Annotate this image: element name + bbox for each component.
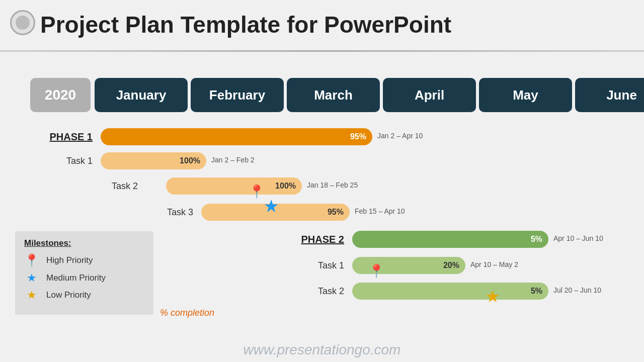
legend-medium-icon: ★ <box>24 272 39 285</box>
phase2-task2-percent: 5% <box>531 287 542 296</box>
slide: Project Plan Template for PowerPoint 202… <box>0 0 644 362</box>
phase1-task1-bar: 100% <box>101 152 206 169</box>
month-february: February <box>191 78 284 112</box>
phase1-task3-dates: Feb 15 – Apr 10 <box>355 207 405 215</box>
legend-box: Milestones: 📍 High Priority ★ Medium Pri… <box>15 231 153 315</box>
phase1-dates: Jan 2 – Apr 10 <box>377 132 423 140</box>
phase1-task2-percent: 100% <box>275 182 296 191</box>
month-header-row: 2020 January February March April May Ju… <box>30 78 644 112</box>
legend-low-label: Low Priority <box>46 290 91 300</box>
high-priority-milestone-2: 📍 <box>368 263 384 279</box>
phase1-bar: 95% <box>101 128 372 145</box>
high-priority-milestone-1: 📍 <box>249 184 265 200</box>
legend-low-icon: ★ <box>24 289 39 302</box>
logo-inner <box>16 16 30 30</box>
medium-priority-milestone-1: ★ <box>264 198 278 215</box>
phase2-bar: 5% <box>352 231 548 248</box>
phase1-percent: 95% <box>350 132 366 141</box>
month-may: May <box>479 78 572 112</box>
slide-title: Project Plan Template for PowerPoint <box>40 11 451 38</box>
phase2-task1-dates: Apr 10 – May 2 <box>470 260 518 268</box>
legend-item-low: ★ Low Priority <box>24 289 144 302</box>
phase1-task2-dates: Jan 18 – Feb 25 <box>307 181 358 189</box>
phase1-task3-percent: 95% <box>328 208 344 217</box>
legend-high-icon: 📍 <box>24 253 39 267</box>
phase1-task1-label: Task 1 <box>30 156 101 166</box>
month-april: April <box>383 78 476 112</box>
phase1-task3-label: Task 3 <box>30 207 201 218</box>
month-march: March <box>287 78 380 112</box>
phase2-task1-percent: 20% <box>443 261 459 270</box>
title-divider <box>0 50 644 52</box>
legend-medium-label: Medium Priority <box>46 273 106 283</box>
legend-item-high: 📍 High Priority <box>24 253 144 267</box>
phase2-task2-bar: ★ 5% <box>352 283 548 300</box>
phase2-dates: Apr 10 – Jun 10 <box>553 234 603 242</box>
phase1-task2-label: Task 2 <box>30 181 146 192</box>
low-priority-milestone-1: ★ <box>486 289 499 305</box>
month-june: June <box>575 78 644 112</box>
phase1-task1-percent: 100% <box>180 156 200 165</box>
phase2-task2-dates: Jul 20 – Jun 10 <box>553 286 601 294</box>
phase1-task2-bar: 📍 100% <box>166 177 302 195</box>
legend-item-medium: ★ Medium Priority <box>24 272 144 285</box>
phase1-label: PHASE 1 <box>30 131 101 143</box>
logo-circle <box>10 10 35 35</box>
phase2-task1-bar: 📍 20% <box>352 257 465 274</box>
year-box: 2020 <box>30 78 91 112</box>
completion-note: % completion <box>160 308 214 318</box>
phase1-task1-dates: Jan 2 – Feb 2 <box>211 156 255 164</box>
phase1-task3-bar: ★ 95% <box>201 204 350 221</box>
legend-title: Milestones: <box>24 238 144 248</box>
phase2-percent: 5% <box>531 235 542 244</box>
legend-high-label: High Priority <box>46 255 93 265</box>
footer-url: www.presentationgo.com <box>0 342 644 358</box>
month-january: January <box>95 78 188 112</box>
